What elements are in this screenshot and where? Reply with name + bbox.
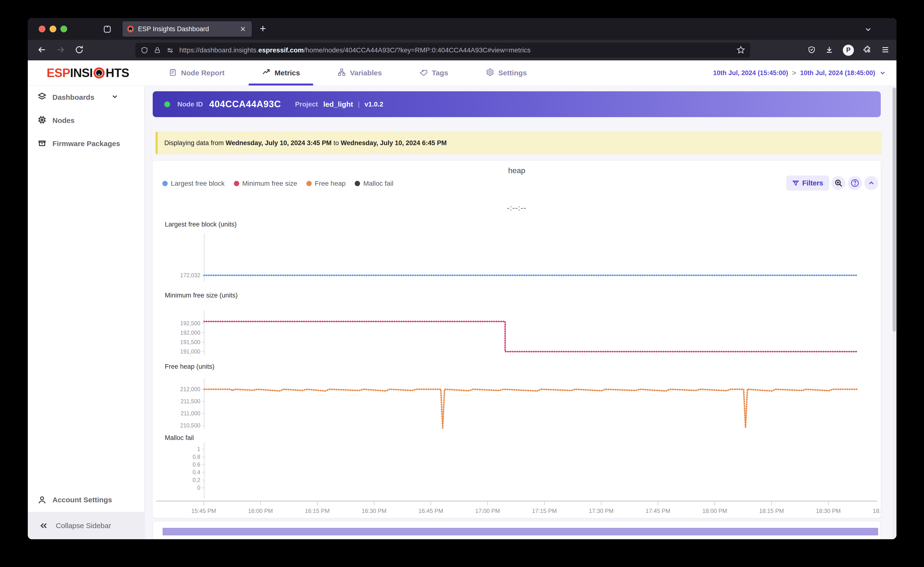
shield-badge-icon[interactable] — [808, 46, 816, 55]
date-range-to: 10th Jul, 2024 (18:45:00) — [800, 69, 875, 77]
project-label: Project — [295, 100, 318, 108]
heap-metrics-card: heap Largest free blockMinimum free size… — [153, 161, 881, 518]
svg-text:17:00 PM: 17:00 PM — [475, 508, 500, 514]
svg-text:17:15 PM: 17:15 PM — [532, 508, 557, 514]
date-range-picker[interactable]: 10th Jul, 2024 (15:45:00) > 10th Jul, 20… — [713, 69, 886, 77]
macos-minimize-button[interactable] — [50, 26, 56, 32]
profile-avatar[interactable]: P — [843, 45, 854, 56]
browser-tab-strip: ESP Insights Dashboard ✕ + — [28, 18, 897, 40]
svg-text:18:45 PM: 18:45 PM — [873, 508, 881, 514]
svg-text:16:15 PM: 16:15 PM — [305, 508, 330, 514]
svg-text:16:30 PM: 16:30 PM — [362, 508, 387, 514]
tab-label: Node Report — [181, 69, 224, 77]
sidebar-item-nodes[interactable]: Nodes — [28, 109, 144, 132]
svg-text:191,500: 191,500 — [180, 339, 200, 345]
svg-text:1: 1 — [197, 446, 200, 452]
forward-icon[interactable] — [56, 45, 66, 56]
svg-text:0.8: 0.8 — [192, 454, 200, 460]
navbar-right-icons: P — [808, 40, 890, 60]
tab-tags[interactable]: Tags — [406, 60, 461, 86]
metrics-icon — [262, 68, 270, 78]
variables-icon — [337, 68, 346, 78]
dashboards-icon — [38, 92, 53, 103]
app-body: DashboardsNodesFirmware Packages Account… — [28, 86, 897, 539]
svg-text:Free heap (units): Free heap (units) — [165, 363, 215, 370]
heap-charts[interactable]: Largest free block (units)172,032Minimum… — [153, 161, 881, 518]
logo-insi: INSI — [70, 66, 93, 80]
menu-hamburger-icon[interactable] — [881, 45, 890, 55]
nodes-icon — [38, 115, 53, 126]
permissions-icon[interactable] — [166, 46, 174, 54]
node-id-value: 404CCA44A93C — [209, 99, 281, 110]
account-settings-label: Account Settings — [53, 496, 112, 504]
tracking-shield-icon[interactable] — [141, 46, 148, 54]
next-panel-card — [153, 521, 881, 539]
person-icon — [38, 495, 47, 504]
url-bar[interactable]: https://dashboard.insights.espressif.com… — [135, 43, 750, 57]
sidebar-item-label: Firmware Packages — [53, 140, 120, 148]
esp-insights-logo[interactable]: ESP INSI HTS — [47, 66, 129, 80]
svg-text:Malloc fail: Malloc fail — [165, 434, 194, 441]
notice-from-date: Wednesday, July 10, 2024 3:45 PM — [226, 140, 332, 147]
node-banner: Node ID 404CCA44A93C Project led_light |… — [153, 91, 881, 117]
bookmark-star-icon[interactable] — [737, 46, 745, 55]
svg-text:0.4: 0.4 — [192, 469, 200, 476]
chevron-down-icon — [879, 69, 886, 76]
svg-text:212,000: 212,000 — [180, 386, 200, 392]
tab-close-icon[interactable]: ✕ — [239, 25, 248, 33]
date-notice-bar: Displaying data from Wednesday, July 10,… — [156, 132, 882, 154]
tab-settings[interactable]: Settings — [472, 60, 540, 86]
page-scrollbar-thumb[interactable] — [892, 88, 896, 332]
collapse-sidebar-label: Collapse Sidebar — [56, 522, 111, 530]
notice-to-date: Wednesday, July 10, 2024 6:45 PM — [341, 140, 447, 147]
sidebar-item-firmware-packages[interactable]: Firmware Packages — [28, 132, 144, 155]
svg-text:Largest free block (units): Largest free block (units) — [165, 221, 237, 228]
macos-zoom-button[interactable] — [60, 26, 67, 32]
tab-title: ESP Insights Dashboard — [138, 26, 239, 33]
svg-text:0.6: 0.6 — [192, 462, 200, 468]
sidebar: DashboardsNodesFirmware Packages Account… — [28, 86, 144, 539]
firmware-version: v1.0.2 — [365, 100, 383, 108]
tab-label: Metrics — [275, 69, 300, 77]
downloads-icon[interactable] — [825, 45, 834, 55]
back-icon[interactable] — [37, 45, 47, 56]
active-tab-underline — [249, 84, 313, 86]
double-chevron-left-icon — [39, 521, 48, 530]
new-tab-button[interactable]: + — [260, 22, 266, 34]
esp-favicon — [127, 26, 134, 33]
tab-label: Settings — [498, 69, 527, 77]
lock-icon[interactable] — [154, 46, 161, 54]
main-content: Node ID 404CCA44A93C Project led_light |… — [144, 86, 897, 539]
svg-text:Minimum free size (units): Minimum free size (units) — [165, 292, 238, 299]
app-header: ESP INSI HTS Node ReportMetricsVariables… — [28, 60, 897, 86]
svg-text:16:00 PM: 16:00 PM — [248, 508, 273, 514]
collapse-sidebar-button[interactable]: Collapse Sidebar — [28, 512, 144, 539]
tab-metrics[interactable]: Metrics — [249, 60, 313, 86]
sidebar-item-account-settings[interactable]: Account Settings — [28, 488, 144, 512]
svg-text:17:45 PM: 17:45 PM — [646, 508, 670, 514]
sidebar-item-dashboards[interactable]: Dashboards — [28, 86, 144, 109]
svg-text:15:45 PM: 15:45 PM — [191, 508, 216, 514]
extensions-puzzle-icon[interactable] — [863, 45, 872, 55]
macos-close-button[interactable] — [39, 26, 45, 32]
time-range-slider[interactable] — [162, 528, 878, 536]
url-text[interactable]: https://dashboard.insights.espressif.com… — [179, 46, 733, 54]
firmware-packages-icon — [38, 138, 53, 149]
sidebar-item-label: Dashboards — [53, 93, 94, 101]
svg-text:210,500: 210,500 — [180, 422, 200, 429]
tab-variables[interactable]: Variables — [324, 60, 395, 86]
svg-text:211,000: 211,000 — [181, 410, 200, 417]
svg-text:17:30 PM: 17:30 PM — [589, 508, 614, 514]
node-online-status-dot — [164, 101, 170, 107]
svg-text:18:15 PM: 18:15 PM — [759, 508, 784, 514]
list-all-tabs-chevron-icon[interactable] — [864, 26, 872, 34]
date-range-from: 10th Jul, 2024 (15:45:00) — [713, 69, 788, 77]
browser-tab[interactable]: ESP Insights Dashboard ✕ — [123, 21, 252, 37]
tab-node-report[interactable]: Node Report — [155, 60, 238, 86]
app-nav-tabs: Node ReportMetricsVariablesTagsSettings — [155, 60, 540, 86]
firefox-view-icon[interactable] — [103, 25, 112, 35]
svg-text:16:45 PM: 16:45 PM — [419, 508, 443, 514]
project-name: led_light — [323, 100, 353, 108]
reload-icon[interactable] — [75, 45, 84, 55]
svg-text:172,032: 172,032 — [180, 272, 200, 278]
